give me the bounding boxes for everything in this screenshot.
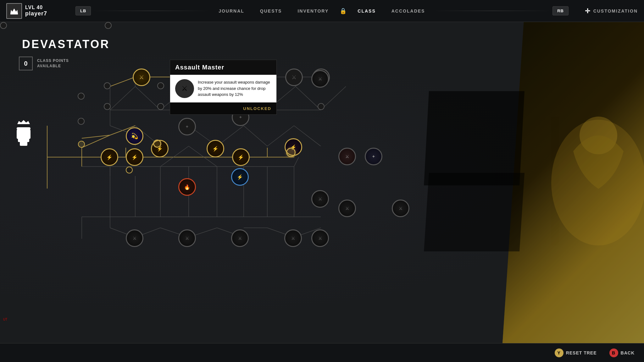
back-label: BACK bbox=[621, 350, 635, 355]
back-button[interactable]: B BACK bbox=[609, 348, 635, 357]
skill-node-bot-5[interactable]: ⚔ bbox=[311, 229, 329, 247]
player-avatar bbox=[6, 3, 22, 19]
svg-line-47 bbox=[294, 157, 299, 167]
nav-lb-button[interactable]: LB bbox=[75, 6, 91, 15]
player-text: LVL 40 player7 bbox=[25, 5, 47, 17]
skill-node-fire[interactable]: 🔥 bbox=[178, 178, 196, 196]
topbar: LVL 40 player7 LB JOURNAL QUESTS INVENTO… bbox=[0, 0, 644, 22]
skill-node-scatter-2[interactable] bbox=[78, 118, 85, 125]
skill-node-right-2[interactable]: ⚔ bbox=[338, 148, 356, 165]
nav-accolades[interactable]: ACCOLADES bbox=[384, 8, 433, 14]
svg-line-98 bbox=[321, 86, 346, 110]
skill-node-main-1[interactable]: ⚡ bbox=[101, 148, 118, 166]
skill-node-main-2[interactable]: ⚡ bbox=[126, 148, 143, 166]
svg-line-25 bbox=[110, 77, 135, 86]
tooltip-header: Assault Master bbox=[170, 60, 276, 75]
skill-node-bot-3[interactable]: ⚔ bbox=[231, 229, 249, 247]
skill-node-right-3[interactable]: ✦ bbox=[365, 148, 382, 165]
nav-center: LB JOURNAL QUESTS INVENTORY 🔒 CLASS ACCO… bbox=[75, 6, 569, 15]
skill-node-sm-4[interactable] bbox=[104, 103, 111, 110]
skill-node-sm-5[interactable] bbox=[157, 103, 164, 110]
main-content: DEVASTATOR 0 CLASS POINTSAVAILABLE bbox=[0, 22, 644, 343]
skill-node-golden-1[interactable] bbox=[153, 140, 161, 148]
reset-tree-button[interactable]: Y RESET TREE bbox=[555, 348, 597, 357]
crown-icon bbox=[9, 6, 19, 16]
skill-node-right-1[interactable]: ⚔ bbox=[311, 70, 329, 88]
nav-class[interactable]: CLASS bbox=[350, 8, 383, 14]
nav-quests[interactable]: QUESTS bbox=[252, 8, 290, 14]
nav-rb-button[interactable]: RB bbox=[552, 6, 569, 15]
reset-tree-label: RESET TREE bbox=[566, 350, 597, 355]
skill-node-scatter-1[interactable] bbox=[78, 93, 85, 100]
plus-icon: ✛ bbox=[585, 7, 591, 15]
skill-node-blue[interactable]: ⚡ bbox=[231, 168, 249, 186]
skill-node-golden-center[interactable] bbox=[286, 148, 296, 157]
player-level: LVL 40 bbox=[25, 5, 47, 10]
nav-right: ✛ CUSTOMIZATION bbox=[569, 7, 638, 15]
b-button-icon: B bbox=[609, 348, 618, 357]
svg-line-90 bbox=[110, 86, 135, 110]
tooltip-footer: UNLOCKED bbox=[170, 102, 276, 114]
tooltip-skill-icon: ⚔ bbox=[175, 79, 194, 98]
skill-node-bot-1[interactable]: ⚔ bbox=[126, 229, 143, 247]
lock-icon: 🔒 bbox=[336, 8, 350, 14]
skill-node-scatter-3[interactable] bbox=[0, 22, 7, 29]
skill-node-right-4[interactable]: ⚔ bbox=[311, 190, 329, 208]
nav-inventory[interactable]: INVENTORY bbox=[290, 8, 336, 14]
skill-node-right-6[interactable]: ⚔ bbox=[392, 200, 409, 217]
bottombar: Y RESET TREE B BACK bbox=[0, 343, 644, 362]
skill-node-sm-1[interactable] bbox=[104, 82, 111, 89]
skill-node-right-5[interactable]: ⚔ bbox=[338, 200, 356, 217]
svg-line-91 bbox=[135, 86, 160, 110]
skill-node-sm-2[interactable] bbox=[157, 82, 164, 89]
skill-node-large-3[interactable]: ✦ bbox=[178, 118, 196, 135]
svg-rect-0 bbox=[10, 14, 18, 14]
skill-tooltip: Assault Master ⚔ Increase your assault w… bbox=[170, 60, 277, 115]
skill-node-sm-mid-1[interactable] bbox=[78, 141, 85, 148]
tooltip-body: ⚔ Increase your assault weapons damage b… bbox=[170, 75, 276, 102]
skill-node-main-5[interactable]: ⚡ bbox=[232, 148, 250, 166]
skill-node-sm-mid-2[interactable] bbox=[105, 22, 112, 29]
skill-node-sm-8[interactable] bbox=[318, 103, 325, 110]
svg-line-97 bbox=[296, 86, 321, 110]
nav-journal[interactable]: JOURNAL bbox=[211, 8, 252, 14]
skill-node-large-2[interactable]: 💫 bbox=[126, 127, 143, 145]
skill-node-1[interactable]: ⚔ bbox=[133, 69, 150, 86]
svg-line-87 bbox=[244, 126, 267, 146]
skill-node-bot-4[interactable]: ⚔ bbox=[284, 229, 302, 247]
skill-node-bot-2[interactable]: ⚔ bbox=[178, 229, 196, 247]
skill-node-3[interactable]: ⚔ bbox=[285, 69, 303, 86]
tooltip-status: UNLOCKED bbox=[243, 106, 271, 111]
version-tag: UT bbox=[3, 318, 7, 321]
customization-button[interactable]: ✛ CUSTOMIZATION bbox=[585, 7, 638, 15]
skill-node-sm-lo-1[interactable] bbox=[126, 167, 133, 173]
player-name: player7 bbox=[25, 10, 47, 17]
skill-node-main-4[interactable]: ⚡ bbox=[207, 140, 224, 157]
y-button-icon: Y bbox=[555, 348, 564, 357]
player-info: LVL 40 player7 bbox=[6, 3, 75, 19]
